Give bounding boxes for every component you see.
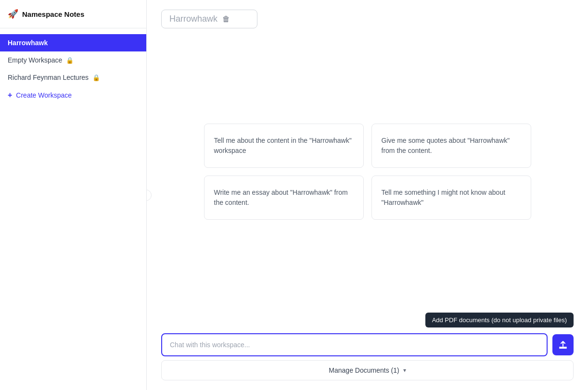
delete-workspace-icon[interactable]: 🗑 (222, 15, 230, 24)
suggestion-text-2: Give me some quotes about "Harrowhawk" f… (382, 137, 510, 154)
workspace-header: Harrowhawk 🗑 (147, 0, 588, 38)
suggestion-text-1: Tell me about the content in the "Harrow… (214, 137, 352, 154)
suggestion-text-3: Write me an essay about "Harrowhawk" fro… (214, 189, 348, 206)
upload-icon (558, 340, 568, 350)
tooltip-bar: Add PDF documents (do not upload private… (161, 313, 574, 327)
suggestions-area: Tell me about the content in the "Harrow… (147, 38, 588, 305)
workspace-title-box: Harrowhawk 🗑 (161, 10, 257, 28)
suggestion-card-1[interactable]: Tell me about the content in the "Harrow… (204, 124, 364, 168)
upload-tooltip: Add PDF documents (do not upload private… (425, 313, 574, 327)
suggestion-card-4[interactable]: Tell me something I might not know about… (371, 176, 531, 220)
main-content: ‹ Harrowhawk 🗑 Tell me about the content… (147, 0, 588, 390)
upload-button[interactable] (552, 334, 574, 355)
suggestion-text-4: Tell me something I might not know about… (382, 189, 506, 206)
sidebar-nav: Harrowhawk Empty Workspace 🔒 Richard Fey… (0, 28, 146, 110)
suggestion-card-3[interactable]: Write me an essay about "Harrowhawk" fro… (204, 176, 364, 220)
sidebar-item-label: Richard Feynman Lectures (8, 74, 89, 81)
plus-icon: + (8, 91, 12, 100)
chat-row (161, 333, 574, 356)
chevron-down-icon: ▾ (403, 367, 406, 374)
suggestion-card-2[interactable]: Give me some quotes about "Harrowhawk" f… (371, 124, 531, 168)
sidebar: 🚀 Namespace Notes Harrowhawk Empty Works… (0, 0, 147, 390)
lock-icon: 🔒 (66, 57, 74, 64)
bottom-area: Add PDF documents (do not upload private… (147, 305, 588, 390)
sidebar-item-empty-workspace[interactable]: Empty Workspace 🔒 (0, 51, 146, 69)
sidebar-item-richard-feynman[interactable]: Richard Feynman Lectures 🔒 (0, 69, 146, 86)
lock-icon: 🔒 (92, 74, 100, 81)
app-title: Namespace Notes (22, 10, 84, 18)
create-workspace-label: Create Workspace (16, 91, 72, 99)
app-header: 🚀 Namespace Notes (0, 0, 146, 28)
rocket-icon: 🚀 (8, 9, 18, 19)
manage-docs-label: Manage Documents (1) (329, 366, 399, 374)
sidebar-item-harrowhawk[interactable]: Harrowhawk (0, 34, 146, 51)
manage-documents-bar[interactable]: Manage Documents (1) ▾ (161, 360, 574, 380)
chat-input[interactable] (161, 333, 548, 356)
suggestions-grid: Tell me about the content in the "Harrow… (204, 124, 531, 220)
create-workspace-button[interactable]: + Create Workspace (0, 86, 146, 104)
sidebar-item-label: Harrowhawk (8, 39, 48, 47)
workspace-title: Harrowhawk (169, 14, 217, 24)
sidebar-item-label: Empty Workspace (8, 56, 62, 64)
